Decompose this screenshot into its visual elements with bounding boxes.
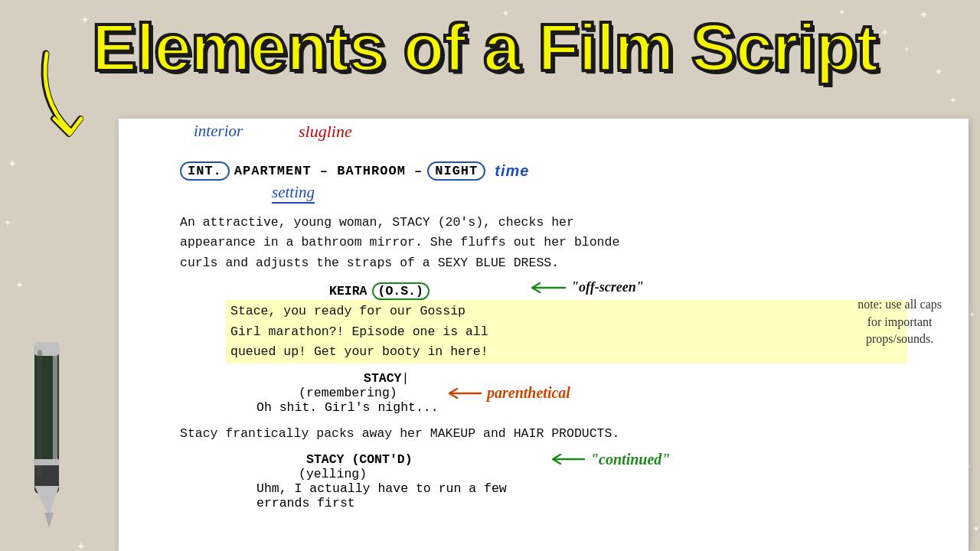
slugline-middle: APARTMENT – BATHROOM – xyxy=(234,164,423,178)
keira-section: KEIRA (O.S.) "off-screen" dialogue { Sta… xyxy=(180,282,946,364)
interior-label: interior xyxy=(194,122,243,141)
continued-annotation: "continued" xyxy=(551,451,670,468)
time-label: time xyxy=(495,162,529,180)
svg-rect-6 xyxy=(38,350,42,476)
offscreen-label: "off-screen" xyxy=(571,279,644,295)
night-circle: NIGHT xyxy=(427,161,485,181)
keira-name: KEIRA xyxy=(329,284,368,298)
pen-icon xyxy=(0,333,100,547)
stacy-section: STACY| (remembering) parenthetical Oh sh… xyxy=(180,371,946,415)
pen-decoration xyxy=(0,333,100,551)
dialogue-label: dialogue { xyxy=(119,295,122,327)
os-circle: (O.S.) xyxy=(372,282,430,300)
stacy-name: STACY xyxy=(364,371,402,386)
contd-name-row: STACY (CONT'D) "continued" xyxy=(306,452,946,467)
page-title: Elements of a Film Script xyxy=(92,14,965,81)
contd-section: STACY (CONT'D) "continued" (yelling) Uhm… xyxy=(180,452,946,510)
arrow-left-icon-3 xyxy=(551,452,586,466)
script-paper: interior slugline INT. APARTMENT – BATHR… xyxy=(119,119,969,551)
slugline-label: slugline xyxy=(299,122,352,142)
contd-name: STACY (CONT'D) xyxy=(306,452,413,467)
brace-icon: { xyxy=(119,295,122,327)
setting-label: setting xyxy=(272,183,315,202)
svg-marker-4 xyxy=(44,513,54,528)
note-text: note: use all caps for important props/s… xyxy=(858,296,942,347)
setting-text: setting xyxy=(272,183,315,204)
keira-dialogue: Stace, you ready for our Gossip Girl mar… xyxy=(226,300,907,364)
slugline-row: INT. APARTMENT – BATHROOM – NIGHT time xyxy=(180,161,946,181)
offscreen-annotation: "off-screen" xyxy=(528,279,644,295)
contd-paren: (yelling) xyxy=(299,467,946,481)
svg-rect-1 xyxy=(53,344,57,474)
action-text-1: An attractive, young woman, STACY (20's)… xyxy=(180,213,946,273)
parenthetical-label: parenthetical xyxy=(487,384,570,402)
keira-name-row: KEIRA (O.S.) "off-screen" xyxy=(329,282,946,300)
svg-marker-3 xyxy=(34,486,59,517)
stacy-dialogue: Oh shit. Girl's night... xyxy=(256,400,946,415)
action-section-2: Stacy frantically packs away her MAKEUP … xyxy=(180,424,946,444)
action-section: action line An attractive, young woman, … xyxy=(180,213,946,273)
continued-label: "continued" xyxy=(590,451,670,468)
action-text-2: Stacy frantically packs away her MAKEUP … xyxy=(180,424,946,444)
cursor-bar: | xyxy=(402,371,410,386)
svg-rect-7 xyxy=(34,459,60,465)
contd-dialogue: Uhm, I actually have to run a few errand… xyxy=(256,481,946,510)
parenthetical-row: (remembering) parenthetical xyxy=(299,386,946,400)
arrow-left-icon xyxy=(528,280,567,295)
parenthetical-annotation: parenthetical xyxy=(448,384,570,402)
parenthetical-text: (remembering) xyxy=(299,386,397,400)
int-circle: INT. xyxy=(180,161,230,181)
arrow-left-icon-2 xyxy=(448,386,482,400)
